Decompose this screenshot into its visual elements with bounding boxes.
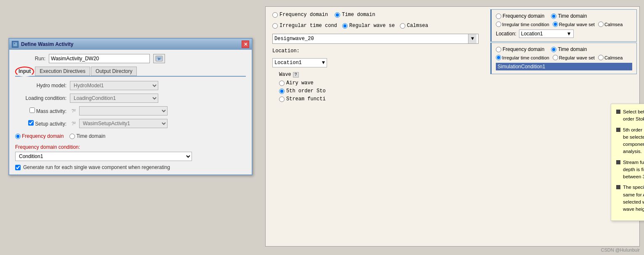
sub1-domain-row: Frequency domain Time domain [496,13,632,19]
sub1-location-arrow: ▼ [567,31,572,37]
setup-activity-select[interactable]: WasimSetupActivity1 [79,119,168,128]
calmsea-radio[interactable] [400,23,405,29]
sub1-regular-item: Regular wave set [553,21,595,27]
sub2-calmsea-item: Calmsea [598,55,623,60]
tooltip-text-1: Select between linear Stokes wave (Airy … [623,108,644,123]
tooltip-item-2: 5th order Stokes wave and Stream functio… [616,126,644,156]
dialog-icon [12,41,19,48]
sub1-regular-label: Regular wave set [559,22,595,27]
regular-label: Regular wave se [349,23,395,29]
sub1-location-label: Location: [496,31,516,37]
wave-option-stream: Stream functi [279,96,357,102]
tooltip-text-3: Stream function can only be selected whe… [623,159,644,181]
hydro-model-label: Hydro model: [15,83,70,89]
time-domain-radio[interactable] [69,134,75,139]
sub2-time-label: Time domain [558,46,587,52]
dialog-titlebar: Define Wasim Activity ✕ [9,39,252,50]
sub1-time-radio[interactable] [551,13,556,19]
sub2-condition-value: SimulationCondition1 [498,64,545,70]
mass-activity-label: Mass activity: [15,107,70,114]
sub1-calmsea-item: Calmsea [598,21,623,27]
condition-select[interactable]: Condition1 [15,152,192,161]
tab-execution[interactable]: Execution Directives [35,67,90,76]
sub1-time-item: Time domain [551,13,587,19]
generate-run-row: Generate run for each single wave compon… [15,164,246,170]
mass-activity-checkbox[interactable] [29,107,35,113]
sub2-calmsea-label: Calmsea [604,55,623,60]
sub2-freq-label: Frequency domain [503,46,544,52]
sub2-time-item: Time domain [551,46,587,52]
sub2-condition-box: SimulationCondition1 [496,63,632,70]
wave-options: Airy wave 5th order Sto Stream functi [279,80,357,102]
regular-radio-item: Regular wave se [342,23,395,29]
sub1-calmsea-label: Calmsea [604,22,623,27]
sub1-irregular-item: Irregular time condition [496,21,549,27]
sub2-irregular-radio[interactable] [496,55,501,60]
sub1-regular-radio[interactable] [553,21,558,27]
freq-domain-label: Frequency domain [22,133,64,139]
sub1-freq-radio[interactable] [496,13,501,19]
sub2-regular-radio[interactable] [553,55,558,60]
airy-radio[interactable] [279,81,285,86]
right-panel: Frequency domain Time domain Irregular t… [265,6,640,247]
hydro-model-select[interactable]: HydroModel1 [70,81,158,90]
location-value: Location1 [274,60,302,66]
tooltip-text-2: 5th order Stokes wave and Stream functio… [623,126,644,156]
stream-label: Stream functi [286,96,326,102]
right-freq-label: Frequency domain [279,12,328,18]
5th-order-label: 5th order Sto [286,88,326,94]
freq-domain-radio-item: Frequency domain [15,133,64,139]
dialog-title: Define Wasim Activity [21,41,73,47]
sub2-freq-radio[interactable] [496,47,501,52]
wave-label: Wave ? [279,72,357,78]
sub2-calmsea-radio[interactable] [598,55,604,60]
bullet-2 [616,128,620,132]
right-time-label: Time domain [342,12,375,18]
sub2-regular-item: Regular wave set [553,55,595,60]
stream-radio[interactable] [279,97,285,102]
close-button[interactable]: ✕ [242,40,249,48]
sub2-time-radio[interactable] [551,47,556,52]
location-select[interactable]: Location1 ▼ [272,58,327,67]
irregular-radio[interactable] [272,23,278,29]
bullet-3 [616,160,620,164]
irregular-label: Irregular time cond [279,23,337,29]
right-time-radio[interactable] [335,12,340,18]
sub1-irregular-radio[interactable] [496,21,501,27]
wave-help-icon[interactable]: ? [293,72,299,78]
run-input[interactable] [49,54,150,63]
tabs-row: Input Execution Directives Output Direct… [15,67,246,77]
sub2-irregular-item: Irregular time condition [496,55,549,60]
sub1-freq-item: Frequency domain [496,13,544,19]
sub2-irregular-label: Irregular time condition [502,55,549,60]
loading-condition-select[interactable]: LoadingCondition1 [70,94,158,103]
freq-domain-radio[interactable] [15,134,21,139]
5th-order-radio[interactable] [279,89,285,94]
tab-input[interactable]: Input [15,67,34,77]
sub1-location-value: Location1 [521,31,543,37]
regular-radio[interactable] [342,23,348,29]
run-label: Run: [15,56,49,62]
dialog-content: Run: Input Execution Directives Output D… [9,50,252,174]
run-icon-button[interactable] [153,54,165,63]
wave-option-5th: 5th order Sto [279,88,357,94]
mass-activity-select[interactable] [79,106,168,115]
designwave-dropdown[interactable]: Designwave_20 ▼ [272,34,479,44]
right-freq-radio[interactable] [272,12,278,18]
tab-output-directory[interactable]: Output Directory [91,67,137,76]
calmsea-radio-item: Calmsea [400,23,428,29]
generate-run-checkbox[interactable] [15,165,21,170]
run-row: Run: [15,54,246,63]
sub1-location-row: Location: Location1 ▼ [496,30,632,38]
sub2-freq-item: Frequency domain [496,46,544,52]
setup-activity-checkbox[interactable] [28,120,34,126]
sub-panel-1: Frequency domain Time domain Irregular t… [490,9,637,42]
freq-domain-condition-label: Frequency domain condition: [15,144,246,150]
location-label: Location: [272,48,300,54]
sub1-calmsea-radio[interactable] [598,21,604,27]
sub1-location-select[interactable]: Location1 ▼ [519,30,574,38]
airy-label: Airy wave [286,80,314,86]
left-dialog: Define Wasim Activity ✕ Run: Input Execu… [8,38,253,175]
domain-radio-group: Frequency domain Time domain [15,132,246,141]
tooltip-text-4: The specification of wave amplitude/wave… [623,184,644,213]
